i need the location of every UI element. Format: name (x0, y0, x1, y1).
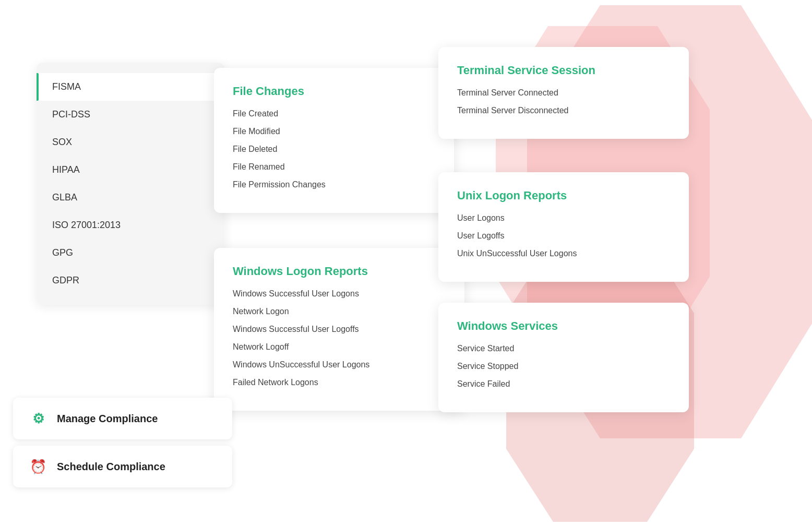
sidebar-item-gdpr[interactable]: GDPR (37, 267, 224, 294)
windows-services-item-2[interactable]: Service Failed (457, 378, 670, 390)
schedule-compliance-button[interactable]: ⏰ Schedule Compliance (13, 446, 232, 487)
sidebar-item-glba[interactable]: GLBA (37, 184, 224, 211)
windows-logon-item-1[interactable]: Network Logon (233, 305, 446, 318)
file-changes-item-2[interactable]: File Deleted (233, 143, 435, 156)
windows-services-item-0[interactable]: Service Started (457, 342, 670, 355)
file-changes-item-1[interactable]: File Modified (233, 125, 435, 138)
sidebar-panel: FISMA PCI-DSS SOX HIPAA GLBA ISO 27001:2… (37, 63, 224, 305)
file-changes-item-0[interactable]: File Created (233, 108, 435, 120)
action-buttons: ⚙ Manage Compliance ⏰ Schedule Complianc… (13, 398, 232, 494)
unix-logon-title: Unix Logon Reports (457, 189, 670, 202)
schedule-compliance-label: Schedule Compliance (57, 461, 165, 473)
schedule-compliance-icon: ⏰ (29, 457, 47, 476)
card-windows-logon: Windows Logon Reports Windows Successful… (214, 248, 464, 411)
sidebar-item-gpg[interactable]: GPG (37, 239, 224, 267)
sidebar-item-fisma[interactable]: FISMA (37, 73, 224, 101)
sidebar-item-sox[interactable]: SOX (37, 128, 224, 156)
card-windows-services: Windows Services Service Started Service… (438, 303, 689, 412)
terminal-session-title: Terminal Service Session (457, 64, 670, 77)
sidebar-item-pcidss[interactable]: PCI-DSS (37, 101, 224, 128)
windows-services-item-1[interactable]: Service Stopped (457, 360, 670, 373)
file-changes-title: File Changes (233, 85, 435, 98)
card-file-changes: File Changes File Created File Modified … (214, 68, 454, 213)
file-changes-item-4[interactable]: File Permission Changes (233, 178, 435, 191)
windows-logon-item-3[interactable]: Network Logoff (233, 341, 446, 353)
manage-compliance-icon: ⚙ (29, 409, 47, 428)
file-changes-item-3[interactable]: File Renamed (233, 161, 435, 173)
sidebar-item-hipaa[interactable]: HIPAA (37, 156, 224, 184)
card-terminal-session: Terminal Service Session Terminal Server… (438, 47, 689, 139)
unix-logon-item-0[interactable]: User Logons (457, 212, 670, 224)
terminal-session-item-0[interactable]: Terminal Server Connected (457, 87, 670, 99)
windows-services-title: Windows Services (457, 319, 670, 333)
windows-logon-item-4[interactable]: Windows UnSuccessful User Logons (233, 359, 446, 371)
manage-compliance-button[interactable]: ⚙ Manage Compliance (13, 398, 232, 439)
unix-logon-item-2[interactable]: Unix UnSuccessful User Logons (457, 247, 670, 260)
terminal-session-item-1[interactable]: Terminal Server Disconnected (457, 104, 670, 117)
unix-logon-item-1[interactable]: User Logoffs (457, 230, 670, 242)
windows-logon-title: Windows Logon Reports (233, 265, 446, 278)
card-unix-logon: Unix Logon Reports User Logons User Logo… (438, 172, 689, 282)
windows-logon-item-2[interactable]: Windows Successful User Logoffs (233, 323, 446, 336)
windows-logon-item-5[interactable]: Failed Network Logons (233, 376, 446, 389)
windows-logon-item-0[interactable]: Windows Successful User Logons (233, 288, 446, 300)
sidebar-item-iso[interactable]: ISO 27001:2013 (37, 211, 224, 239)
manage-compliance-label: Manage Compliance (57, 413, 158, 425)
scene: FISMA PCI-DSS SOX HIPAA GLBA ISO 27001:2… (0, 0, 812, 525)
